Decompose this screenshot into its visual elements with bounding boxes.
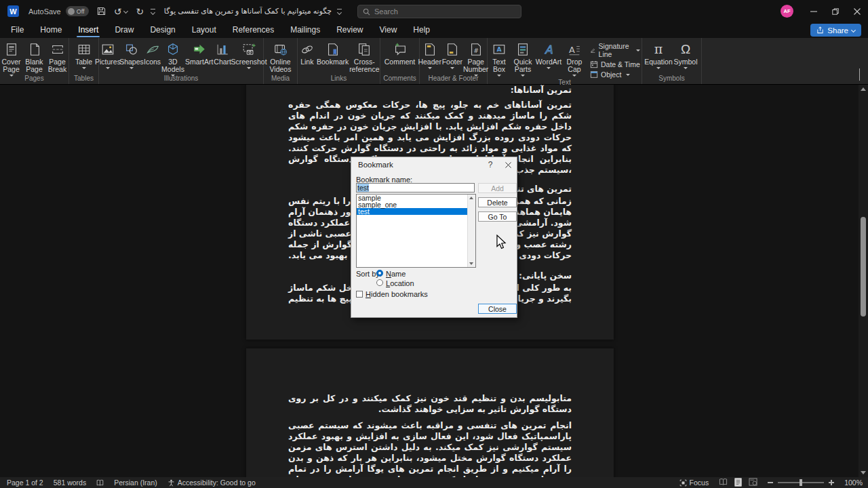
avatar[interactable]: AF <box>781 5 793 18</box>
search-input[interactable] <box>374 7 496 16</box>
screenshot-button[interactable]: Screenshot <box>232 40 266 69</box>
language-indicator[interactable]: Persian (Iran) <box>114 479 157 487</box>
equation-button[interactable]: π Equation <box>645 40 672 69</box>
bookmark-list[interactable]: sample sample_one test <box>356 194 476 268</box>
close-button-dialog[interactable]: Close <box>478 304 517 314</box>
date-time-button[interactable]: Date & Time <box>590 60 640 68</box>
online-videos-button[interactable]: Online Videos <box>267 40 295 73</box>
page-indicator[interactable]: Page 1 of 2 <box>7 479 43 487</box>
tab-references[interactable]: References <box>224 23 282 37</box>
delete-button[interactable]: Delete <box>478 197 517 207</box>
read-mode-view-button[interactable] <box>719 478 728 487</box>
tab-help[interactable]: Help <box>405 23 438 37</box>
qat-customize-button[interactable] <box>151 9 155 14</box>
scroll-down-arrow[interactable] <box>861 471 866 474</box>
scrollbar-thumb[interactable] <box>861 217 866 317</box>
collapse-ribbon-button[interactable] <box>859 68 860 81</box>
autosave-toggle[interactable]: Off <box>66 6 89 16</box>
zoom-out-icon[interactable] <box>768 482 773 483</box>
go-to-button[interactable]: Go To <box>478 211 517 222</box>
accessibility-status[interactable]: Accessibility: Good to go <box>167 479 256 487</box>
signature-line-icon <box>590 46 596 54</box>
bookmark-button[interactable]: Bookmark <box>317 40 349 66</box>
sort-location-radio[interactable] <box>376 279 383 286</box>
print-layout-view-button[interactable] <box>734 478 742 488</box>
text-box-button[interactable]: A Text Box <box>488 40 511 77</box>
web-layout-view-button[interactable] <box>749 478 757 487</box>
dropdown-arrow <box>82 67 86 69</box>
bookmark-list-item[interactable]: sample_one <box>357 201 475 208</box>
tab-review[interactable]: Review <box>328 23 371 37</box>
tab-mailings[interactable]: Mailings <box>282 23 328 37</box>
drop-cap-button[interactable]: A Drop Cap <box>563 40 586 77</box>
shapes-button[interactable]: Shapes <box>120 40 143 69</box>
zoom-thumb[interactable] <box>800 479 802 486</box>
pictures-button[interactable]: Pictures <box>96 40 119 69</box>
icons-button[interactable]: Icons <box>144 40 161 66</box>
header-button[interactable]: Header <box>418 40 441 69</box>
zoom-level[interactable]: 100% <box>844 479 863 487</box>
sort-name-radio[interactable] <box>376 270 383 277</box>
dialog-close-icon-button[interactable] <box>499 157 517 172</box>
close-button[interactable] <box>846 0 868 22</box>
focus-mode-button[interactable]: Focus <box>679 479 709 487</box>
tab-insert[interactable]: Insert <box>70 23 106 37</box>
restore-button[interactable] <box>825 0 846 22</box>
tab-layout[interactable]: Layout <box>184 23 224 37</box>
hidden-bookmarks-label[interactable]: Hidden bookmarks <box>366 290 428 298</box>
share-button[interactable]: Share <box>810 24 861 37</box>
redo-button[interactable]: ↻ <box>136 7 144 16</box>
list-scrollbar[interactable] <box>467 195 475 267</box>
vertical-scrollbar[interactable] <box>859 85 868 477</box>
wordart-button[interactable]: A WordArt <box>535 40 562 69</box>
smartart-button[interactable]: SmartArt <box>185 40 213 66</box>
quick-parts-button[interactable]: Quick Parts <box>511 40 534 77</box>
signature-line-button[interactable]: Signature Line <box>590 42 640 58</box>
sort-location-label[interactable]: Location <box>386 279 414 287</box>
zoom-in-icon[interactable] <box>829 480 834 485</box>
bookmark-list-item-selected[interactable]: test <box>357 208 475 215</box>
tab-view[interactable]: View <box>372 23 406 37</box>
word-count[interactable]: 581 words <box>54 479 86 487</box>
add-button[interactable]: Add <box>478 183 517 193</box>
document-page-2[interactable]: متابولیسم بدن و تنظیم قند خون نیز کمک می… <box>246 348 614 477</box>
search-box[interactable] <box>357 5 521 18</box>
comment-button[interactable]: Comment <box>384 40 416 66</box>
zoom-track[interactable] <box>778 482 824 483</box>
sort-name-label[interactable]: Name <box>386 270 406 278</box>
symbol-button[interactable]: Ω Symbol <box>673 40 698 69</box>
document-title[interactable]: چگونه میتوانیم با کمک آساناها و تمرین ها… <box>162 7 332 16</box>
scroll-down-arrow[interactable] <box>469 262 473 265</box>
footer-button[interactable]: Footer <box>442 40 462 69</box>
3d-models-button[interactable]: 3D Models <box>161 40 184 77</box>
cross-reference-button[interactable]: Cross-reference <box>349 40 380 73</box>
3d-models-icon <box>165 40 180 58</box>
object-button[interactable]: Object <box>590 70 640 79</box>
blank-page-button[interactable]: Blank Page <box>23 40 45 73</box>
minimize-button[interactable] <box>803 0 825 22</box>
tab-draw[interactable]: Draw <box>106 23 142 37</box>
chart-button[interactable]: Chart <box>214 40 231 66</box>
page-number-button[interactable]: # Page Number <box>463 40 488 77</box>
title-more-button[interactable] <box>337 9 342 14</box>
svg-text:A: A <box>569 45 575 55</box>
page-break-icon <box>50 40 65 58</box>
dialog-title-bar[interactable]: Bookmark ? <box>351 157 517 172</box>
cover-page-button[interactable]: Cover Page <box>0 40 22 77</box>
zoom-slider[interactable] <box>768 480 834 485</box>
hidden-bookmarks-checkbox[interactable] <box>356 291 363 298</box>
scroll-up-arrow[interactable] <box>861 87 866 91</box>
save-button[interactable] <box>97 7 106 16</box>
scroll-up-arrow[interactable] <box>469 197 473 199</box>
chart-icon <box>215 40 230 58</box>
table-button[interactable]: Table <box>73 40 96 69</box>
undo-button[interactable]: ↺ <box>114 7 128 16</box>
tab-file[interactable]: File <box>3 23 32 37</box>
link-button[interactable]: Link <box>298 40 317 66</box>
tab-home[interactable]: Home <box>32 23 70 37</box>
tab-design[interactable]: Design <box>142 23 183 37</box>
proofing-status[interactable] <box>96 479 104 487</box>
page-break-button[interactable]: Page Break <box>46 40 68 73</box>
bookmark-name-input[interactable]: test <box>356 183 475 192</box>
dialog-help-button[interactable]: ? <box>481 157 499 172</box>
